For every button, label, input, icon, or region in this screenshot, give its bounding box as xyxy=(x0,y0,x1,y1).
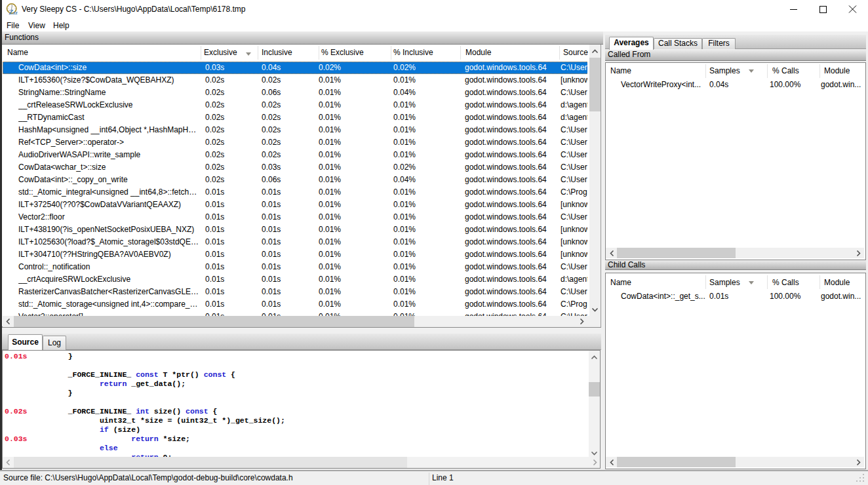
svg-text:Zzz: Zzz xyxy=(9,8,18,15)
